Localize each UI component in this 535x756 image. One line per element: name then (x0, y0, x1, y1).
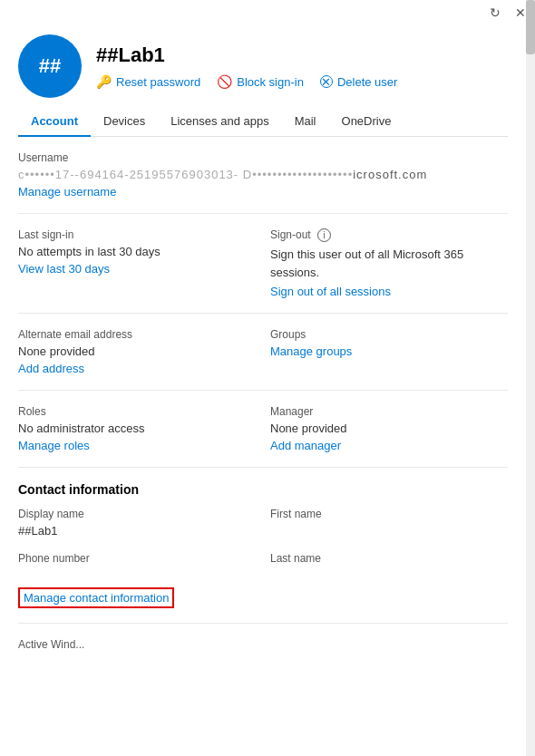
phone-number-col: Phone number Manage contact information (18, 552, 263, 608)
last-name-label: Last name (270, 552, 493, 565)
manager-col: Manager None provided Add manager (263, 405, 508, 452)
tab-account[interactable]: Account (18, 107, 91, 137)
first-name-col: First name (263, 508, 508, 541)
roles-col: Roles No administrator access Manage rol… (18, 405, 263, 452)
manager-value: None provided (270, 422, 493, 435)
last-signin-col: Last sign-in No attempts in last 30 days… (18, 228, 263, 298)
phone-number-label: Phone number (18, 552, 248, 565)
groups-label: Groups (270, 328, 493, 341)
contact-info-header: Contact information (18, 482, 508, 497)
block-signin-button[interactable]: 🚫 Block sign-in (217, 74, 304, 89)
manage-contact-info-button[interactable]: Manage contact information (24, 591, 169, 605)
manage-groups-button[interactable]: Manage groups (270, 344, 352, 358)
first-name-label: First name (270, 508, 493, 520)
display-name-col: Display name ##Lab1 (18, 508, 263, 541)
signout-text: Sign this user out of all Microsoft 365 … (270, 246, 493, 281)
scrollbar[interactable] (526, 0, 535, 756)
email-groups-row: Alternate email address None provided Ad… (18, 328, 508, 375)
tabs: Account Devices Licenses and apps Mail O… (18, 107, 508, 137)
info-icon: i (317, 228, 331, 242)
groups-col: Groups Manage groups (263, 328, 508, 375)
divider-5 (18, 623, 508, 624)
action-buttons: 🔑 Reset password 🚫 Block sign-in ✕ Delet… (96, 74, 508, 89)
tab-onedrive[interactable]: OneDrive (329, 107, 404, 137)
roles-manager-row: Roles No administrator access Manage rol… (18, 405, 508, 452)
user-header: ## ##Lab1 🔑 Reset password 🚫 Block sign-… (18, 24, 508, 107)
contact-info-section: Contact information Display name ##Lab1 … (18, 482, 508, 608)
roles-label: Roles (18, 405, 248, 418)
user-name: ##Lab1 (96, 44, 508, 67)
window-controls: ↻ ✕ (0, 0, 535, 24)
divider-4 (18, 467, 508, 468)
delete-user-button[interactable]: ✕ Delete user (320, 74, 397, 89)
last-name-col: Last name (263, 552, 508, 608)
username-section: Username c••••••17--694164-2519557690301… (18, 151, 508, 199)
manage-contact-highlight: Manage contact information (18, 587, 174, 608)
username-masked: c••••••17--694164-25195576903013- D•••••… (18, 168, 508, 181)
scrollbar-thumb[interactable] (526, 0, 535, 54)
tab-mail[interactable]: Mail (282, 107, 329, 137)
manage-username-button[interactable]: Manage username (18, 185, 116, 199)
alternate-email-label: Alternate email address (18, 328, 248, 341)
display-name-label: Display name (18, 508, 248, 520)
roles-value: No administrator access (18, 422, 248, 435)
signout-col: Sign-out i Sign this user out of all Mic… (263, 228, 508, 298)
divider-3 (18, 390, 508, 391)
reset-password-button[interactable]: 🔑 Reset password (96, 74, 200, 89)
alternate-email-value: None provided (18, 344, 248, 358)
last-name-value (270, 568, 493, 582)
bottom-hint: Active Wind... (18, 638, 508, 651)
view-last-30-days-button[interactable]: View last 30 days (18, 262, 110, 276)
header-info: ##Lab1 🔑 Reset password 🚫 Block sign-in … (96, 44, 508, 89)
display-name-value: ##Lab1 (18, 524, 248, 538)
username-label: Username (18, 151, 508, 164)
divider-1 (18, 213, 508, 214)
last-signin-label: Last sign-in (18, 228, 248, 241)
key-icon: 🔑 (96, 74, 112, 89)
block-icon: 🚫 (217, 74, 232, 89)
manage-roles-button[interactable]: Manage roles (18, 439, 90, 452)
manager-label: Manager (270, 405, 493, 418)
sign-out-all-sessions-button[interactable]: Sign out of all sessions (270, 285, 391, 298)
alternate-email-col: Alternate email address None provided Ad… (18, 328, 263, 375)
reload-button[interactable]: ↻ (488, 5, 502, 20)
phone-number-value (18, 568, 248, 582)
signin-signout-row: Last sign-in No attempts in last 30 days… (18, 228, 508, 298)
first-name-value (270, 524, 493, 538)
divider-2 (18, 313, 508, 314)
delete-icon: ✕ (320, 75, 333, 88)
contact-phone-row: Phone number Manage contact information … (18, 552, 508, 608)
add-manager-button[interactable]: Add manager (270, 439, 341, 452)
tab-licenses[interactable]: Licenses and apps (158, 107, 281, 137)
tab-devices[interactable]: Devices (91, 107, 158, 137)
contact-names-row: Display name ##Lab1 First name (18, 508, 508, 541)
add-address-button[interactable]: Add address (18, 362, 84, 375)
last-signin-value: No attempts in last 30 days (18, 245, 248, 258)
signout-label: Sign-out i (270, 228, 493, 242)
avatar: ## (18, 34, 82, 98)
